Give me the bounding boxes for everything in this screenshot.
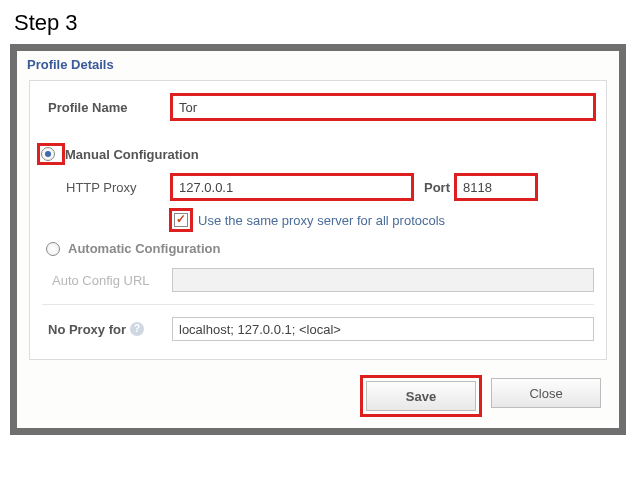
- auto-url-row: Auto Config URL: [42, 268, 594, 292]
- save-button[interactable]: Save: [366, 381, 476, 411]
- automatic-config-label: Automatic Configuration: [68, 241, 220, 256]
- profile-name-label: Profile Name: [42, 100, 172, 115]
- http-proxy-input[interactable]: [172, 175, 412, 199]
- same-proxy-row: Use the same proxy server for all protoc…: [172, 211, 594, 229]
- automatic-config-radio[interactable]: [46, 242, 60, 256]
- section-title: Profile Details: [17, 51, 619, 76]
- no-proxy-label-wrap: No Proxy for ?: [42, 322, 172, 337]
- button-bar: Save Close: [17, 368, 619, 428]
- port-input[interactable]: [456, 175, 536, 199]
- automatic-config-row: Automatic Configuration: [42, 241, 594, 256]
- help-icon[interactable]: ?: [130, 322, 144, 336]
- same-proxy-checkbox[interactable]: [174, 213, 188, 227]
- no-proxy-input[interactable]: [172, 317, 594, 341]
- http-proxy-label: HTTP Proxy: [42, 180, 172, 195]
- same-proxy-checkbox-highlight: [172, 211, 190, 229]
- manual-config-radio-highlight: [39, 145, 63, 163]
- manual-config-radio[interactable]: [41, 147, 55, 161]
- close-button[interactable]: Close: [491, 378, 601, 408]
- profile-name-row: Profile Name: [42, 95, 594, 119]
- no-proxy-label: No Proxy for: [48, 322, 126, 337]
- no-proxy-row: No Proxy for ?: [42, 317, 594, 341]
- auto-url-input: [172, 268, 594, 292]
- manual-config-row: Manual Configuration: [39, 145, 594, 163]
- manual-config-label: Manual Configuration: [65, 147, 199, 162]
- same-proxy-label: Use the same proxy server for all protoc…: [198, 213, 445, 228]
- profile-name-input[interactable]: [172, 95, 594, 119]
- profile-details-panel: Profile Name Manual Configuration HTTP P…: [29, 80, 607, 360]
- step-heading: Step 3: [14, 10, 626, 36]
- profile-details-dialog: Profile Details Profile Name Manual Conf…: [10, 44, 626, 435]
- http-proxy-row: HTTP Proxy Port: [42, 175, 594, 199]
- save-button-highlight: Save: [363, 378, 479, 414]
- separator: [42, 304, 594, 305]
- port-label: Port: [424, 180, 450, 195]
- auto-url-label: Auto Config URL: [42, 273, 172, 288]
